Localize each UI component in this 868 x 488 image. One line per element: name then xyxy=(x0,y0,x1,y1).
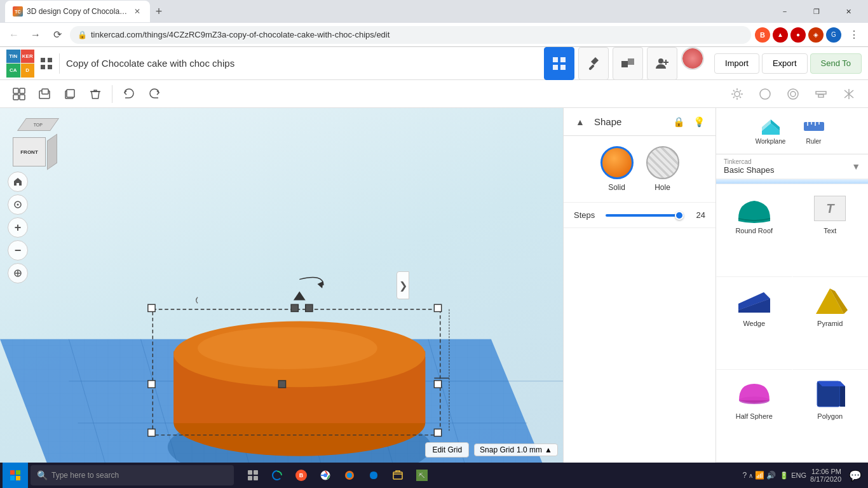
hammer-button[interactable] xyxy=(578,47,609,80)
handle-mr[interactable] xyxy=(434,381,441,388)
tray-icon-sound[interactable]: 🔊 xyxy=(766,471,776,480)
maximize-button[interactable]: ❐ xyxy=(802,0,831,23)
sendto-button[interactable]: Send To xyxy=(810,53,862,74)
light-icon[interactable] xyxy=(726,83,749,105)
lock-icon[interactable]: 🔒 xyxy=(670,113,688,131)
url-bar[interactable]: 🔒 tinkercad.com/things/4CZzRC9mZ3a-copy-… xyxy=(70,26,751,44)
minimize-button[interactable]: − xyxy=(770,0,799,23)
panel-toggle-button[interactable]: ❯ xyxy=(397,271,409,299)
category-parent: Tinkercad xyxy=(724,158,851,165)
handle-tl[interactable] xyxy=(148,304,155,311)
svg-rect-5 xyxy=(560,57,566,62)
export-button[interactable]: Export xyxy=(762,53,808,74)
handle-tm[interactable] xyxy=(291,304,298,311)
up-arrow-handle xyxy=(294,291,306,300)
steps-slider[interactable] xyxy=(606,214,684,217)
handle-bl[interactable] xyxy=(148,429,155,436)
library-top-buttons: Workplane Ruler xyxy=(716,108,868,154)
svg-rect-12 xyxy=(13,88,18,93)
solid-circle xyxy=(600,146,634,179)
svg-rect-70 xyxy=(393,472,402,479)
snap-grid-value: 1.0 mm xyxy=(517,445,542,454)
group-button[interactable] xyxy=(8,83,31,105)
workplane-button[interactable]: Workplane xyxy=(752,113,790,149)
handle-br[interactable] xyxy=(434,429,441,436)
lock-icon: 🔒 xyxy=(78,30,87,39)
blocks-button[interactable] xyxy=(613,47,643,80)
snap-grid-control[interactable]: Snap Grid 1.0 mm ▲ xyxy=(474,444,558,456)
handle-mm[interactable] xyxy=(278,381,285,388)
edit-grid-button[interactable]: Edit Grid xyxy=(425,442,469,458)
svg-rect-6 xyxy=(553,65,558,70)
ruler-label: Ruler xyxy=(806,138,822,145)
cake-highlight xyxy=(198,327,377,369)
ext-icon-3[interactable]: ◈ xyxy=(808,27,824,43)
add-user-button[interactable] xyxy=(647,47,677,80)
tray-icon-chevron[interactable]: ∧ xyxy=(749,472,753,479)
select-icon[interactable] xyxy=(782,83,804,105)
files-button[interactable] xyxy=(386,464,409,487)
tray-icon-network[interactable]: 📶 xyxy=(755,471,764,480)
steps-row: Steps 24 xyxy=(564,203,715,228)
import-button[interactable]: Import xyxy=(714,53,759,74)
shape-item-text[interactable]: T Text xyxy=(792,184,869,277)
svg-rect-3 xyxy=(48,65,52,69)
handle-tr[interactable] xyxy=(434,304,441,311)
handle-ml[interactable] xyxy=(148,381,155,388)
start-button[interactable] xyxy=(3,463,28,488)
svg-rect-7 xyxy=(560,65,566,70)
grid-view-button[interactable] xyxy=(544,47,574,80)
svg-rect-4 xyxy=(553,57,558,62)
ext-icon-2[interactable]: ● xyxy=(790,27,806,43)
new-tab-button[interactable]: + xyxy=(150,3,168,20)
brave-icon[interactable]: B xyxy=(755,27,770,43)
svg-rect-13 xyxy=(20,88,25,93)
firefox-button[interactable] xyxy=(338,464,361,487)
reload-button[interactable]: ⟳ xyxy=(48,26,66,44)
svg-rect-19 xyxy=(67,90,74,97)
undo-button[interactable] xyxy=(118,83,140,105)
handle-tm2[interactable] xyxy=(306,304,313,311)
svg-rect-63 xyxy=(254,470,258,475)
minecraft-button[interactable]: ⛏ xyxy=(410,464,433,487)
edge-browser-button[interactable] xyxy=(266,464,288,487)
shape-item-roundroof[interactable]: Round Roof xyxy=(716,184,792,277)
edge2-button[interactable] xyxy=(362,464,385,487)
tray-icon-help[interactable]: ? xyxy=(743,471,747,480)
duplicate-button[interactable] xyxy=(58,83,81,105)
ext-icon-4[interactable]: G xyxy=(826,27,841,43)
ruler-button[interactable]: Ruler xyxy=(795,113,833,149)
shape-item-pyramid[interactable]: Pyramid xyxy=(792,277,869,370)
ungroup-button[interactable] xyxy=(33,83,56,105)
browser-menu-button[interactable]: ⋮ xyxy=(845,26,863,44)
user-avatar[interactable] xyxy=(681,47,704,70)
shape-view-icon[interactable] xyxy=(754,83,776,105)
notification-button[interactable]: 💬 xyxy=(845,463,865,488)
bulb-icon[interactable]: 💡 xyxy=(690,113,708,131)
grid-menu-button[interactable] xyxy=(39,53,60,74)
delete-button[interactable] xyxy=(84,83,107,105)
forward-button[interactable]: → xyxy=(27,26,44,44)
shape-item-polygon[interactable]: Polygon xyxy=(792,370,869,463)
ext-icon-1[interactable]: ▲ xyxy=(773,27,788,43)
shape-item-wedge[interactable]: Wedge xyxy=(716,277,792,370)
solid-option[interactable]: Solid xyxy=(600,146,634,192)
viewport[interactable]: FRONT TOP + − xyxy=(0,108,563,463)
align-icon[interactable] xyxy=(810,83,832,105)
chrome-button[interactable] xyxy=(314,464,337,487)
mirror-icon[interactable] xyxy=(837,83,860,105)
task-view-button[interactable] xyxy=(241,464,264,487)
redo-button[interactable] xyxy=(143,83,166,105)
back-button[interactable]: ← xyxy=(5,26,23,44)
shape-item-halfsphere[interactable]: Half Sphere xyxy=(716,370,792,463)
close-button[interactable]: ✕ xyxy=(834,0,863,23)
category-selector[interactable]: Tinkercad Basic Shapes ▼ xyxy=(716,154,868,179)
hole-option[interactable]: Hole xyxy=(646,146,679,192)
brave-taskbar-button[interactable]: B xyxy=(290,464,313,487)
shape-panel-collapse[interactable]: ▲ xyxy=(571,113,589,131)
steps-label: Steps xyxy=(574,210,599,220)
taskbar-search[interactable]: 🔍 Type here to search xyxy=(31,465,234,485)
tab-close-button[interactable]: ✕ xyxy=(132,6,142,17)
active-tab[interactable]: TC 3D design Copy of Chocolate cake... ✕ xyxy=(5,1,150,22)
system-clock[interactable]: 12:06 PM 8/17/2020 xyxy=(810,468,841,483)
